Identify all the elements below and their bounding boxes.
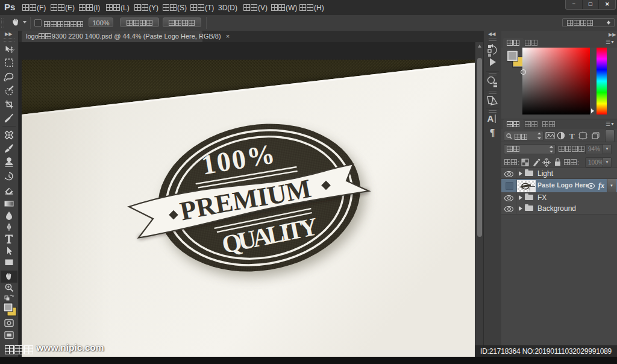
svg-text:A: A	[487, 113, 494, 124]
svg-text:T: T	[569, 131, 575, 140]
svg-text:¶: ¶	[490, 127, 495, 137]
